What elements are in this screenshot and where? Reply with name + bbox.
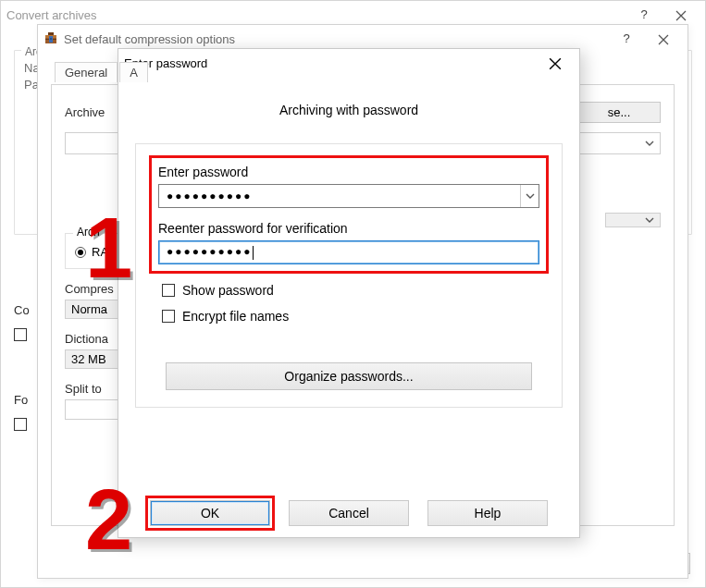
reenter-password-label: Reenter password for verification [158, 221, 539, 236]
text-caret [253, 246, 254, 260]
tab-general[interactable]: General [55, 62, 118, 82]
svg-rect-2 [48, 32, 54, 35]
dictionary-label: Dictiona [65, 332, 108, 346]
annotation-box-2: OK [150, 500, 270, 526]
convert-title: Convert archives [6, 8, 625, 22]
password-ok-button[interactable]: OK [150, 500, 270, 526]
password-heading: Archiving with password [135, 103, 563, 117]
checkbox-fo[interactable] [14, 418, 27, 431]
show-password-checkbox[interactable]: Show password [162, 283, 547, 298]
encrypt-filenames-checkbox[interactable]: Encrypt file names [162, 309, 547, 324]
encrypt-filenames-label: Encrypt file names [182, 309, 289, 324]
archive-label: Archive [65, 105, 105, 119]
password-cancel-button[interactable]: Cancel [289, 500, 409, 526]
svg-rect-5 [50, 38, 52, 40]
reenter-password-value: ●●●●●●●●●● [159, 245, 539, 259]
password-button-row: OK Cancel Help [135, 500, 563, 526]
options-help-icon[interactable]: ? [608, 26, 645, 52]
enter-password-label: Enter password [158, 165, 539, 179]
tab-advanced[interactable]: A [119, 62, 148, 82]
archive-format-label: Arch [73, 226, 104, 239]
chevron-down-icon [645, 139, 654, 148]
checkbox-icon [162, 310, 175, 323]
radio-rar-label: RA [92, 245, 108, 259]
reenter-password-input[interactable]: ●●●●●●●●●● [158, 240, 539, 264]
dictionary-value: 32 MB [71, 352, 106, 366]
browse-button[interactable]: se... [577, 102, 661, 123]
options-close-icon[interactable] [645, 26, 682, 52]
options-title: Set default compression options [64, 32, 608, 46]
password-group: Enter password ●●●●●●●●●● Reenter passwo… [135, 143, 563, 408]
enter-password-value: ●●●●●●●●●● [159, 190, 520, 202]
annotation-box-1: Enter password ●●●●●●●●●● Reenter passwo… [151, 157, 547, 272]
right-dropdown[interactable] [605, 213, 661, 227]
split-label: Split to [65, 382, 102, 396]
password-help-button[interactable]: Help [427, 500, 548, 526]
enter-password-input[interactable]: ●●●●●●●●●● [158, 184, 539, 208]
compression-label: Compres [65, 282, 114, 296]
enter-password-dialog: Enter password Archiving with password E… [118, 48, 580, 538]
chevron-down-icon [645, 215, 654, 225]
password-history-dropdown[interactable] [520, 185, 539, 207]
radio-dot-icon [75, 247, 86, 258]
organize-passwords-button[interactable]: Organize passwords... [166, 362, 532, 390]
show-password-label: Show password [182, 283, 274, 298]
checkbox-icon [162, 284, 175, 297]
compression-value: Norma [71, 302, 107, 316]
checkbox-co[interactable] [14, 328, 27, 341]
options-tabs: General A [51, 62, 675, 82]
winrar-icon [43, 31, 58, 46]
